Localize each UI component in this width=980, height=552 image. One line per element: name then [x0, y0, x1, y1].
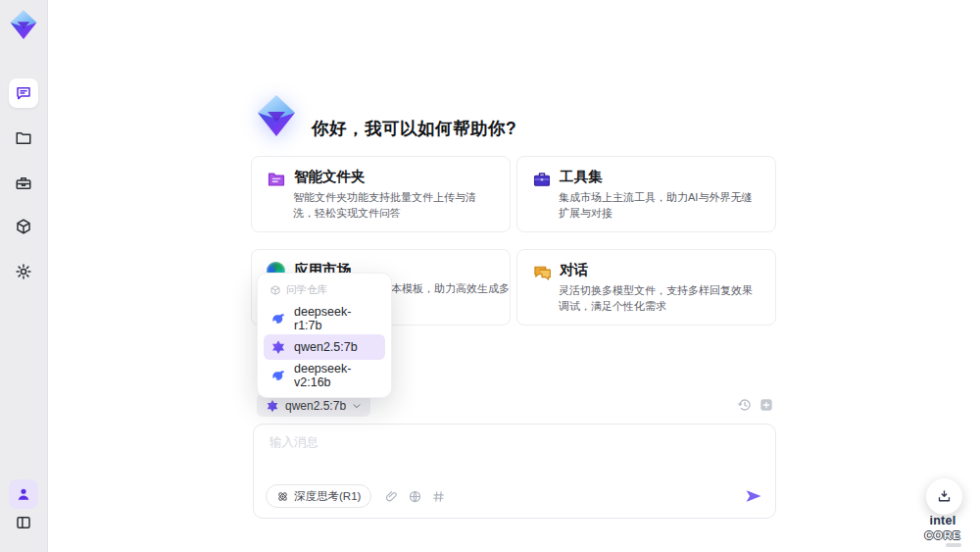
deepseek-whale-icon	[270, 311, 286, 326]
paperclip-icon	[384, 489, 399, 504]
history-button[interactable]	[737, 397, 753, 413]
briefcase-icon	[15, 175, 32, 192]
gear-icon	[15, 263, 32, 280]
intel-core-logo: intel core	[912, 513, 973, 547]
composer-toolbar: 深度思考(R1)	[266, 484, 763, 508]
model-option-label: deepseek-v2:16b	[294, 362, 378, 389]
deep-think-label: 深度思考(R1)	[294, 489, 361, 504]
deep-think-toggle[interactable]: 深度思考(R1)	[266, 484, 371, 508]
card-desc: 灵活切换多模型文件，支持多样回复效果调试，满足个性化需求	[559, 282, 762, 314]
model-option-deepseek-r1[interactable]: deepseek-r1:7b	[264, 306, 385, 331]
cube-icon	[15, 218, 32, 235]
new-chat-button[interactable]	[759, 397, 774, 413]
dialogue-icon	[532, 263, 552, 282]
hash-icon	[431, 489, 446, 504]
download-fab[interactable]	[926, 478, 962, 515]
card-desc: 智能文件夹功能支持批量文件上传与清洗，轻松实现文件问答	[293, 189, 497, 221]
page-title: 你好，我可以如何帮助你?	[312, 117, 516, 140]
model-dropdown: 问学仓库 deepseek-r1:7b qwen2.5:7b deepseek-…	[257, 273, 392, 398]
sidebar-item-tools[interactable]	[9, 169, 38, 198]
card-title: 工具集	[560, 168, 603, 186]
app-window: 你好，我可以如何帮助你? 智能文件夹 智能文件夹功能支持批量文件上传与清洗，轻松…	[0, 0, 980, 552]
model-dropdown-header: 问学仓库	[258, 281, 391, 303]
sidebar-item-profile[interactable]	[9, 479, 38, 509]
card-desc: 集成市场上主流工具，助力AI与外界无缝扩展与对接	[559, 189, 762, 221]
folder-icon	[15, 129, 32, 147]
chat-icon	[15, 84, 32, 102]
core-sub-badge	[946, 543, 961, 547]
smart-folder-icon	[267, 170, 286, 189]
message-input[interactable]	[268, 434, 742, 450]
core-text: core	[924, 529, 960, 541]
panel-toggle-icon	[15, 514, 32, 531]
prompt-grid-button[interactable]	[431, 489, 446, 504]
card-toolset[interactable]: 工具集 集成市场上主流工具，助力AI与外界无缝扩展与对接	[516, 156, 776, 232]
card-title: 对话	[560, 261, 588, 279]
card-dialogue[interactable]: 对话 灵活切换多模型文件，支持多样回复效果调试，满足个性化需求	[516, 249, 776, 326]
atom-icon	[276, 490, 289, 503]
sidebar-item-folders[interactable]	[9, 124, 38, 153]
card-title: 智能文件夹	[294, 168, 366, 186]
model-option-label: deepseek-r1:7b	[294, 305, 378, 332]
qwen-icon	[266, 399, 279, 413]
repository-icon	[270, 284, 281, 296]
sidebar-item-chat[interactable]	[9, 78, 38, 108]
model-option-deepseek-v2[interactable]: deepseek-v2:16b	[264, 363, 385, 388]
greeting-logo-icon	[253, 92, 300, 139]
sidebar-item-collapse[interactable]	[9, 508, 38, 537]
globe-icon	[408, 489, 422, 504]
model-option-label: qwen2.5:7b	[294, 340, 358, 354]
toolset-icon	[532, 170, 552, 189]
message-composer: 深度思考(R1)	[253, 424, 776, 519]
deepseek-whale-icon	[270, 368, 286, 383]
intel-text: intel	[929, 514, 956, 527]
send-icon	[744, 486, 763, 506]
app-logo-icon	[7, 8, 40, 41]
history-icon	[737, 397, 753, 413]
sidebar-item-settings[interactable]	[9, 257, 38, 286]
card-smart-folder[interactable]: 智能文件夹 智能文件夹功能支持批量文件上传与清洗，轻松实现文件问答	[251, 156, 511, 232]
qwen-icon	[270, 339, 286, 355]
sidebar-item-apps[interactable]	[9, 212, 38, 241]
sidebar	[0, 0, 48, 552]
new-chat-icon	[759, 397, 774, 413]
model-selector-label: qwen2.5:7b	[285, 399, 346, 413]
model-dropdown-header-label: 问学仓库	[286, 283, 327, 297]
download-icon	[936, 488, 953, 505]
card-desc-partial: 本模板，助力高效生成多	[391, 281, 510, 296]
attachment-button[interactable]	[384, 489, 399, 504]
model-option-qwen[interactable]: qwen2.5:7b	[264, 334, 385, 360]
user-icon	[15, 485, 32, 503]
globe-button[interactable]	[408, 489, 422, 504]
send-button[interactable]	[744, 486, 763, 506]
chevron-down-icon	[352, 401, 362, 411]
